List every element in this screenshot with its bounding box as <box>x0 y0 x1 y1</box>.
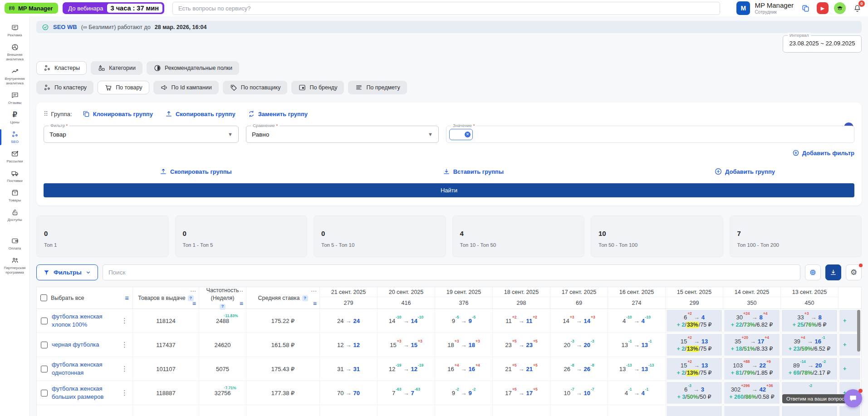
sidebar-item-products[interactable]: Товары <box>0 186 29 206</box>
download-button[interactable] <box>825 264 841 280</box>
help-icon[interactable]: ? <box>302 295 308 301</box>
kebab-menu-icon[interactable]: ⋮ <box>119 365 130 373</box>
ruble-icon: ₽ <box>12 110 17 119</box>
ai-chip-button[interactable] <box>805 264 821 280</box>
banner-product-link[interactable]: SEO WB <box>53 24 77 30</box>
sidebar-item-mailings[interactable]: Рассылки <box>0 147 29 166</box>
link-вставить-группы[interactable]: Вставить группы <box>442 167 504 176</box>
category-icon <box>98 64 106 72</box>
position-cell: 15+3→15+3 <box>378 333 435 357</box>
stat-card: 0 Топ 5 - Топ 10 <box>314 215 446 257</box>
education-icon[interactable] <box>834 2 846 15</box>
subtab-по-кластеру[interactable]: По кластеру <box>36 81 93 94</box>
kebab-menu-icon[interactable]: ⋮ <box>119 341 130 349</box>
table-row: футболка женская однотонная ⋮10110750751… <box>37 357 861 381</box>
position-change: 11+2→11+2 <box>505 317 537 324</box>
link-скопировать-группы[interactable]: Скопировать группы <box>159 167 232 176</box>
tab-рекомендательные-полки[interactable]: Рекомендательные полки <box>147 61 239 75</box>
bell-icon[interactable]: 0 <box>851 2 863 15</box>
product-link[interactable]: черная футболка <box>52 341 115 349</box>
sidebar-item-seo[interactable]: SEO <box>0 127 29 147</box>
chat-tooltip: Ответим на ваши вопросы <box>782 394 852 403</box>
product-link[interactable]: футболка женская однотонная <box>52 361 115 377</box>
column-options-icon[interactable]: ⋯ <box>311 288 317 295</box>
sidebar-item-reklama[interactable]: Реклама <box>0 21 29 40</box>
subtab-по-id-кампании[interactable]: По Id кампании <box>153 81 219 94</box>
select-all-checkbox[interactable] <box>40 294 47 301</box>
column-options-icon[interactable]: ⋯ <box>190 288 196 295</box>
service-search-input[interactable] <box>172 2 721 15</box>
value-field[interactable]: Значение * ✕ <box>446 126 854 143</box>
tab-кластеры[interactable]: Кластеры <box>36 61 87 75</box>
kebab-menu-icon[interactable]: ⋮ <box>119 389 130 397</box>
kebab-menu-icon[interactable]: ⋮ <box>119 317 130 325</box>
pie-icon <box>11 43 19 52</box>
row-checkbox[interactable] <box>41 390 48 396</box>
column-date: 15 сент. 2025 <box>666 287 723 297</box>
subtab-по-бренду[interactable]: По бренду <box>291 81 344 94</box>
chat-notification-dot <box>858 389 863 393</box>
drag-handle-icon[interactable]: ⠿ <box>44 110 47 117</box>
position-change: -2 <box>807 386 812 393</box>
sidebar-item-internal-analytics[interactable]: Внутренняя аналитика <box>0 64 29 88</box>
subtab-по-предмету[interactable]: По предмету <box>348 81 407 94</box>
column-menu-icon[interactable]: ≡ <box>313 299 317 308</box>
sidebar-item-payment[interactable]: Оплата <box>0 234 29 254</box>
search-button[interactable]: Найти <box>44 183 854 197</box>
link-заменить-группу[interactable]: Заменить группу <box>247 110 308 118</box>
position-stats: + 260/86%/0.58 ₽ <box>729 393 774 400</box>
copy-icon[interactable] <box>799 2 812 15</box>
sidebar-item-label: SEO <box>11 140 19 144</box>
sidebar-item-partner[interactable]: Партнерская программа <box>0 254 29 278</box>
chat-fab-button[interactable] <box>844 389 862 407</box>
cart-icon <box>104 83 113 92</box>
table-search-input[interactable] <box>103 264 800 280</box>
stat-label: Топ 5 - Топ 10 <box>321 242 438 248</box>
logo-badge[interactable]: MP Manager <box>5 3 58 14</box>
link-добавить-группу[interactable]: Добавить группу <box>714 167 775 176</box>
column-menu-icon[interactable]: ≡ <box>240 299 243 308</box>
clipped-column <box>839 287 861 308</box>
avatar[interactable]: M <box>736 1 750 15</box>
sidebar-item-label: Рассылки <box>7 159 23 164</box>
sidebar-item-access[interactable]: Доступы <box>0 206 29 225</box>
interval-field[interactable]: Интервал 23.08.2025 ~ 22.09.2025 <box>783 35 862 53</box>
value-chip-input[interactable]: ✕ <box>449 129 473 140</box>
column-options-icon[interactable]: ⋯ <box>237 288 244 295</box>
frequency-change: ↑11.83% <box>223 313 238 318</box>
row-checkbox[interactable] <box>41 318 48 324</box>
link-клонировать-группу[interactable]: Клонировать группу <box>82 110 153 118</box>
clear-value-icon[interactable]: ✕ <box>465 132 471 137</box>
position-change: 15+2→13 <box>681 338 708 345</box>
tab-категории[interactable]: Категории <box>91 61 142 75</box>
column-header: ⋯ Товаров в выдаче ? ≡ <box>133 287 199 308</box>
subtab-по-поставщику[interactable]: По поставщику <box>223 81 288 94</box>
sidebar-item-external-analytics[interactable]: Внешняя аналитика <box>0 40 29 64</box>
webinar-banner[interactable]: До вебинара 3 часа : 37 мин <box>63 2 164 14</box>
filter-field-select[interactable]: Фильтр * Товар▼ <box>44 126 239 143</box>
date-column-header: 15 сент. 2025 299 <box>666 287 723 308</box>
sidebar-item-supplies[interactable]: Поставки <box>0 166 29 186</box>
replace-icon <box>247 110 255 118</box>
video-icon[interactable]: ▶ <box>816 2 829 15</box>
compare-field-select[interactable]: Сравнение * Равно▼ <box>246 126 439 143</box>
link-скопировать-группу[interactable]: Скопировать группу <box>165 110 235 118</box>
subtab-по-товару[interactable]: По товару <box>98 81 149 94</box>
check-circle-icon <box>42 24 49 31</box>
row-checkbox[interactable] <box>41 366 48 372</box>
position-change: 302+296→42+36 <box>731 386 773 393</box>
position-stats: + 23/59%/6.52 ₽ <box>789 345 830 352</box>
sidebar-item-prices[interactable]: ₽ Цены <box>0 108 29 127</box>
vertical-scrollbar[interactable] <box>857 310 860 352</box>
sidebar-item-reviews[interactable]: Отзывы <box>0 88 29 108</box>
help-icon[interactable]: ? <box>220 304 226 310</box>
settings-gear-button[interactable]: ⚙ <box>846 264 862 280</box>
stat-value: 7 <box>737 230 854 237</box>
column-menu-icon[interactable]: ≡ <box>192 299 196 308</box>
filters-button[interactable]: Фильтры <box>36 264 98 280</box>
product-link[interactable]: футболка женская больших размеров <box>52 385 115 401</box>
add-filter-button[interactable]: Добавить фильтр <box>792 149 854 157</box>
product-link[interactable]: футболка женская хлопок 100% <box>52 313 115 328</box>
row-checkbox[interactable] <box>41 342 48 348</box>
column-menu-icon[interactable]: ≡ <box>125 294 129 302</box>
